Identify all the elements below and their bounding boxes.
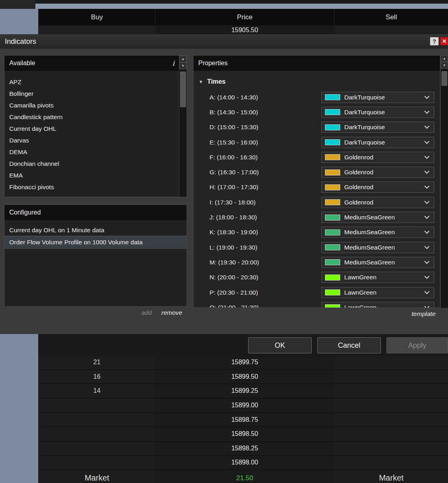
color-dropdown[interactable]: Goldenrod	[321, 182, 434, 193]
scroll-up-button[interactable]: ▲	[441, 55, 448, 62]
time-row: I: (17:30 - 18:00) Goldenrod	[193, 195, 440, 210]
times-section-header[interactable]: ▼ Times	[193, 76, 440, 87]
ladder-buy-cell[interactable]	[39, 427, 155, 442]
time-row: G: (16:30 - 17:00) Goldenrod	[193, 165, 440, 180]
scrollbar-thumb[interactable]	[442, 71, 447, 86]
color-swatch	[325, 215, 340, 221]
time-row: Q: (21:00 - 21:30) LawnGreen	[193, 300, 440, 308]
color-dropdown[interactable]: MediumSeaGreen	[321, 257, 434, 268]
color-dropdown[interactable]: DarkTurquoise	[321, 137, 434, 148]
time-row: E: (15:30 - 16:00) DarkTurquoise	[193, 135, 440, 150]
market-sell-button[interactable]: Market	[335, 470, 448, 483]
color-dropdown[interactable]: Goldenrod	[321, 152, 434, 163]
color-dropdown[interactable]: LawnGreen	[321, 272, 434, 283]
scroll-down-button[interactable]: ▼	[441, 62, 448, 69]
chevron-down-icon	[424, 304, 430, 308]
available-indicator-item[interactable]: DEMA	[4, 146, 179, 158]
time-row: P: (20:30 - 21:00) LawnGreen	[193, 285, 440, 300]
scroll-up-button[interactable]: ▲	[179, 56, 187, 62]
available-indicator-item[interactable]: Darvas	[4, 134, 179, 146]
color-dropdown[interactable]: LawnGreen	[321, 302, 434, 308]
add-link[interactable]: add	[141, 309, 152, 316]
color-swatch	[325, 244, 340, 250]
chevron-down-icon	[424, 244, 430, 249]
available-indicator-item[interactable]: Bollinger	[4, 88, 179, 99]
time-row: K: (18:30 - 19:00) MediumSeaGreen	[193, 225, 440, 240]
close-button[interactable]: ✕	[440, 37, 448, 45]
column-header-buy: Buy	[39, 9, 155, 25]
ladder-sell-cell[interactable]	[335, 25, 448, 34]
apply-button[interactable]: Apply	[386, 337, 448, 353]
time-range-label: E: (15:30 - 16:00)	[210, 139, 258, 146]
help-button[interactable]: ?	[430, 37, 439, 45]
available-indicator-item[interactable]: Camarilla pivots	[4, 99, 179, 111]
last-trade-qty: 21.50	[236, 474, 253, 482]
remove-link[interactable]: remove	[161, 309, 182, 316]
ladder-buy-cell[interactable]: 21	[39, 355, 155, 370]
available-indicator-item[interactable]: Fibonacci pivots	[4, 181, 179, 193]
ladder-buy-cell[interactable]	[39, 413, 155, 427]
ladder-sell-cell[interactable]	[335, 398, 448, 413]
ladder-sell-cell[interactable]	[335, 427, 448, 442]
available-indicator-item[interactable]: APZ	[4, 76, 179, 88]
ladder-sell-cell[interactable]	[335, 384, 448, 398]
ladder-sell-cell[interactable]	[335, 370, 448, 384]
scroll-down-button[interactable]: ▼	[179, 62, 187, 69]
ladder-sell-cell[interactable]	[335, 355, 448, 370]
market-buy-button[interactable]: Market	[39, 470, 155, 483]
configured-indicator-item-selected[interactable]: Order Flow Volume Profile on 1000 Volume…	[4, 236, 187, 248]
available-scrollbar[interactable]: ▲ ▼	[179, 56, 187, 197]
available-indicator-item[interactable]: Candlestick pattern	[4, 111, 179, 123]
ladder-buy-cell[interactable]: 14	[39, 384, 155, 398]
properties-scrollbar[interactable]: ▲ ▼	[441, 55, 448, 308]
time-row: D: (15:00 - 15:30) DarkTurquoise	[193, 120, 440, 135]
color-swatch	[325, 259, 340, 265]
properties-header: Properties	[193, 56, 440, 71]
time-range-label: I: (17:30 - 18:00)	[210, 199, 256, 206]
available-list: APZ Bollinger Camarilla pivots Candlesti…	[4, 71, 179, 197]
ladder-price-cell: 15899.25	[156, 384, 334, 398]
color-dropdown[interactable]: MediumSeaGreen	[321, 227, 434, 238]
ladder-buy-cell[interactable]	[39, 25, 155, 34]
ladder-sell-cell[interactable]	[335, 413, 448, 427]
dialog-titlebar[interactable]: Indicators	[0, 34, 448, 49]
color-swatch	[325, 184, 340, 190]
color-dropdown[interactable]: MediumSeaGreen	[321, 212, 434, 223]
chevron-down-icon	[424, 139, 430, 144]
info-icon[interactable]: i	[173, 59, 175, 67]
ok-button[interactable]: OK	[248, 337, 312, 353]
time-range-label: A: (14:00 - 14:30)	[210, 94, 258, 101]
available-header: Available i	[4, 56, 187, 71]
color-dropdown[interactable]: DarkTurquoise	[321, 92, 434, 103]
time-range-label: B: (14:30 - 15:00)	[210, 109, 258, 116]
time-row: L: (19:00 - 19:30) MediumSeaGreen	[193, 240, 440, 255]
color-dropdown[interactable]: Goldenrod	[321, 197, 434, 208]
time-row: F: (16:00 - 16:30) Goldenrod	[193, 150, 440, 165]
available-indicator-item[interactable]: Donchian channel	[4, 158, 179, 169]
ladder-sell-cell[interactable]	[335, 442, 448, 456]
scroll-up-icon: ▲	[181, 57, 185, 61]
configured-indicator-item[interactable]: Current day OHL on 1 Minute data	[4, 224, 187, 236]
available-indicator-item[interactable]: EMA	[4, 169, 179, 181]
color-dropdown[interactable]: LawnGreen	[321, 287, 434, 298]
template-link[interactable]: template	[412, 310, 436, 318]
available-indicator-item[interactable]: Current day OHL	[4, 123, 179, 134]
scrollbar-thumb[interactable]	[180, 72, 186, 107]
ladder-price-cell: 15899.00	[156, 398, 334, 413]
ladder-buy-cell[interactable]: 16	[39, 370, 155, 384]
time-range-label: K: (18:30 - 19:00)	[210, 229, 258, 236]
ladder-buy-cell[interactable]	[39, 456, 155, 470]
ladder-buy-cell[interactable]	[39, 442, 155, 456]
cancel-button[interactable]: Cancel	[317, 337, 381, 353]
time-range-label: P: (20:30 - 21:00)	[210, 289, 258, 296]
color-dropdown[interactable]: MediumSeaGreen	[321, 242, 434, 253]
chevron-down-icon	[424, 184, 430, 189]
ladder-sell-cell[interactable]	[335, 456, 448, 470]
ladder-buy-cell[interactable]	[39, 398, 155, 413]
color-dropdown[interactable]: DarkTurquoise	[321, 107, 434, 118]
column-header-sell: Sell	[335, 9, 448, 25]
color-swatch	[325, 275, 340, 281]
color-dropdown[interactable]: DarkTurquoise	[321, 122, 434, 133]
color-swatch	[325, 94, 340, 100]
color-dropdown[interactable]: Goldenrod	[321, 167, 434, 178]
